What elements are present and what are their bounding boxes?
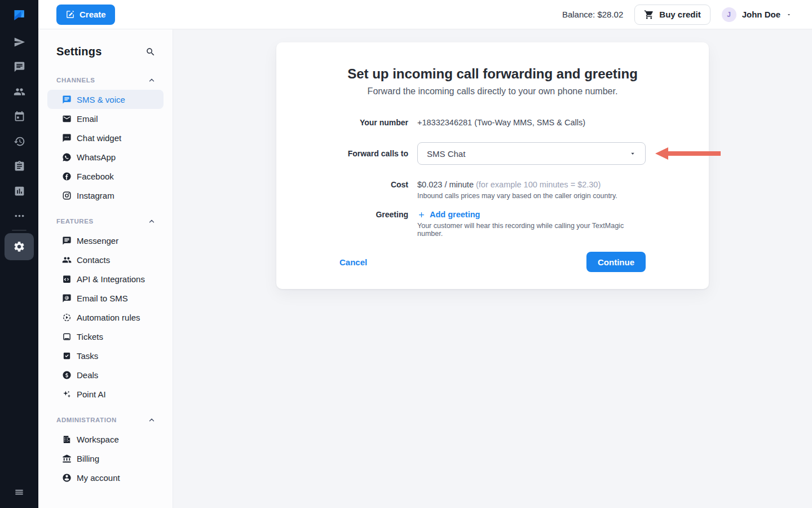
sidebar-item-email[interactable]: Email [47,109,164,128]
greeting-note: Your customer will hear this recording w… [417,222,646,238]
section-label: FEATURES [56,218,94,225]
continue-button[interactable]: Continue [586,252,646,272]
sidebar-item-messenger[interactable]: Messenger [47,231,164,250]
sidebar-item-label: Tickets [77,332,103,341]
sidebar-item-label: Billing [77,454,99,463]
sidebar-item-label: Chat widget [77,133,121,143]
cost-value: $0.023 / minute [417,180,474,189]
cart-icon [644,10,654,20]
user-name: John Doe [742,10,780,19]
add-greeting-link[interactable]: Add greeting [417,210,646,219]
sidebar-item-sms-voice[interactable]: SMS & voice [47,90,164,109]
ellipsis-icon [14,210,25,222]
sidebar-item-point-ai[interactable]: Point AI [47,384,164,404]
cancel-button[interactable]: Cancel [339,257,367,267]
your-number-value: +18332346281 (Two-Way MMS, SMS & Calls) [417,118,646,127]
envelope-icon [62,114,72,124]
sidebar-item-email-to-sms[interactable]: Email to SMS [47,288,164,308]
your-number-row: Your number +18332346281 (Two-Way MMS, S… [339,118,646,127]
rail-item-more[interactable] [0,203,38,228]
sidebar-item-my-account[interactable]: My account [47,468,164,487]
forward-calls-select-wrap: SMS Chat [417,142,646,165]
chevron-down-icon [786,12,792,17]
building-icon [62,435,72,444]
body-row: Settings CHANNELS SMS & voice Email [38,29,812,508]
tickets-icon [62,332,72,341]
forward-calls-selected-value: SMS Chat [427,149,465,159]
sidebar-item-label: Email [77,114,98,124]
gear-icon [13,240,25,253]
sidebar-item-contacts[interactable]: Contacts [47,250,164,269]
api-code-icon [62,274,72,284]
history-icon [14,135,25,147]
rail-item-compose[interactable] [0,29,38,54]
main-content: Set up incoming call forwarding and gree… [173,29,812,508]
sidebar-item-label: Messenger [77,236,118,246]
sidebar-item-chat-widget[interactable]: Chat widget [47,128,164,147]
rail-item-contacts[interactable] [0,79,38,104]
sidebar-item-label: Contacts [77,255,110,265]
bar-chart-icon [14,185,25,197]
annotation-arrow-icon [655,147,721,160]
card-title: Set up incoming call forwarding and gree… [339,65,646,83]
account-icon [62,473,72,483]
section-features-header[interactable]: FEATURES [47,205,164,231]
rail-item-home[interactable] [0,0,38,29]
sidebar-item-instagram[interactable]: Instagram [47,186,164,205]
calendar-icon [14,111,25,122]
deals-icon [62,370,72,380]
section-label: CHANNELS [56,77,95,84]
call-forwarding-card: Set up incoming call forwarding and gree… [276,42,709,289]
settings-sidebar: Settings CHANNELS SMS & voice Email [38,29,173,508]
rail-item-collapse[interactable] [0,478,38,507]
buy-credit-button[interactable]: Buy credit [634,5,710,25]
buy-credit-label: Buy credit [659,10,700,19]
sidebar-item-label: Workspace [77,435,119,444]
sidebar-item-api-integrations[interactable]: API & Integrations [47,269,164,288]
sidebar-item-deals[interactable]: Deals [47,365,164,384]
sidebar-item-label: WhatsApp [77,152,116,162]
your-number-label: Your number [339,118,408,127]
people-icon [62,255,72,265]
sidebar-item-tickets[interactable]: Tickets [47,327,164,346]
whatsapp-icon [62,152,72,162]
sidebar-header: Settings [47,41,164,64]
chevron-up-icon [148,217,156,225]
rail-item-reports[interactable] [0,178,38,203]
sidebar-item-label: Facebook [77,172,114,181]
sidebar-item-automation-rules[interactable]: Automation rules [47,308,164,327]
forward-calls-select[interactable]: SMS Chat [417,142,646,165]
rail-item-settings[interactable] [5,233,34,260]
sidebar-item-facebook[interactable]: Facebook [47,167,164,186]
rail-item-history[interactable] [0,129,38,154]
create-button[interactable]: Create [56,5,115,25]
rail-item-calendar[interactable] [0,104,38,129]
sidebar-item-label: Point AI [77,389,106,399]
textmagic-logo-icon [11,6,28,23]
chat-icon [14,61,25,73]
forward-calls-label: Forward calls to [339,149,408,158]
app-rail [0,0,38,508]
sidebar-item-tasks[interactable]: Tasks [47,346,164,365]
user-menu[interactable]: J John Doe [722,7,794,22]
sidebar-item-billing[interactable]: Billing [47,449,164,468]
section-administration-header[interactable]: ADMINISTRATION [47,404,164,430]
rail-item-chats[interactable] [0,54,38,79]
sidebar-item-label: My account [77,473,120,483]
search-icon[interactable] [145,47,164,57]
email-to-sms-icon [62,294,72,303]
cost-value-line: $0.023 / minute (for example 100 minutes… [417,180,646,189]
create-button-label: Create [80,10,106,19]
chat-icon [62,95,72,104]
hamburger-icon [14,487,25,498]
sidebar-title: Settings [56,45,102,58]
caret-down-icon [629,150,636,157]
sidebar-item-whatsapp[interactable]: WhatsApp [47,147,164,167]
sidebar-item-label: Tasks [77,351,98,361]
rail-item-templates[interactable] [0,154,38,178]
send-icon [14,36,25,48]
app-root: Create Balance: $28.02 Buy credit J John… [0,0,812,508]
sidebar-item-workspace[interactable]: Workspace [47,430,164,449]
rail-divider [12,230,27,231]
section-channels-header[interactable]: CHANNELS [47,64,164,90]
